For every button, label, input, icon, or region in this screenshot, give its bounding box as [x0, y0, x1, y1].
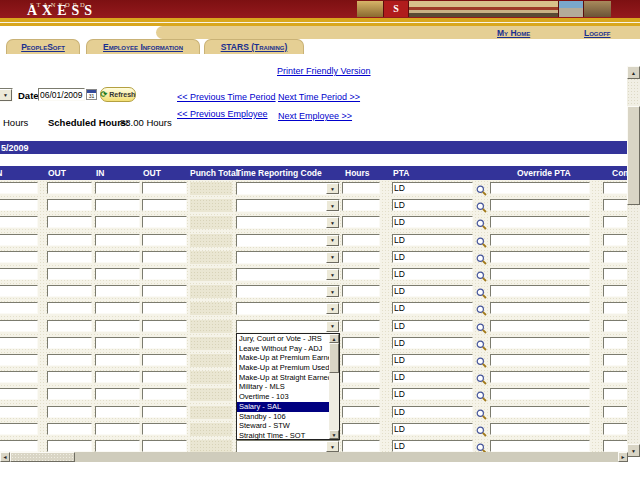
- trc-select[interactable]: ▼: [236, 234, 340, 247]
- next-time-period-link[interactable]: Next Time Period >>: [278, 92, 360, 102]
- in-input-2[interactable]: [95, 371, 140, 383]
- magnifying-glass-icon[interactable]: [476, 337, 487, 348]
- pta-input[interactable]: [392, 182, 473, 194]
- pta-input[interactable]: [392, 406, 473, 418]
- in-input-2[interactable]: [95, 423, 140, 435]
- trc-option[interactable]: Military - MLS: [237, 382, 330, 392]
- override-pta-input[interactable]: [490, 234, 590, 246]
- magnifying-glass-icon[interactable]: [476, 199, 487, 210]
- magnifying-glass-icon[interactable]: [476, 285, 487, 296]
- out-input-2[interactable]: [142, 268, 187, 280]
- hours-input[interactable]: [342, 371, 380, 383]
- in-input[interactable]: [0, 268, 38, 280]
- pta-input[interactable]: [392, 268, 473, 280]
- printer-friendly-link[interactable]: Printer Friendly Version: [277, 66, 371, 76]
- chevron-down-icon[interactable]: ▼: [326, 252, 339, 263]
- pta-input[interactable]: [392, 285, 473, 297]
- hours-input[interactable]: [342, 406, 380, 418]
- in-input-2[interactable]: [95, 302, 140, 314]
- out-input-2[interactable]: [142, 337, 187, 349]
- out-input[interactable]: [47, 234, 92, 246]
- out-input[interactable]: [47, 302, 92, 314]
- hours-input[interactable]: [342, 216, 380, 228]
- trc-select[interactable]: ▼: [236, 285, 340, 298]
- in-input[interactable]: [0, 234, 38, 246]
- out-input[interactable]: [47, 371, 92, 383]
- trc-select[interactable]: ▼: [236, 251, 340, 264]
- out-input-2[interactable]: [142, 354, 187, 366]
- in-input[interactable]: [0, 406, 38, 418]
- trc-select[interactable]: ▼: [236, 302, 340, 315]
- override-pta-input[interactable]: [490, 302, 590, 314]
- tab-peoplesoft[interactable]: PeopleSoft: [6, 39, 80, 54]
- out-input[interactable]: [47, 285, 92, 297]
- in-input-2[interactable]: [95, 354, 140, 366]
- override-pta-input[interactable]: [490, 337, 590, 349]
- chevron-down-icon[interactable]: ▼: [326, 441, 339, 452]
- refresh-button[interactable]: ⟳ Refresh: [100, 87, 136, 102]
- hours-input[interactable]: [342, 268, 380, 280]
- in-input[interactable]: [0, 371, 38, 383]
- out-input-2[interactable]: [142, 423, 187, 435]
- trc-option[interactable]: Jury, Court or Vote - JRS: [237, 334, 330, 344]
- out-input-2[interactable]: [142, 199, 187, 211]
- vertical-scrollbar-thumb[interactable]: [627, 106, 640, 205]
- trc-select[interactable]: ▼: [236, 182, 340, 195]
- out-input-2[interactable]: [142, 371, 187, 383]
- override-pta-input[interactable]: [490, 423, 590, 435]
- pta-input[interactable]: [392, 251, 473, 263]
- out-input-2[interactable]: [142, 406, 187, 418]
- in-input[interactable]: [0, 354, 38, 366]
- scroll-left-button[interactable]: ◄: [0, 452, 10, 462]
- scroll-right-button[interactable]: ►: [618, 452, 628, 462]
- out-input-2[interactable]: [142, 234, 187, 246]
- scroll-up-button[interactable]: ▲: [627, 66, 640, 79]
- magnifying-glass-icon[interactable]: [476, 251, 487, 262]
- pta-input[interactable]: [392, 302, 473, 314]
- in-input-2[interactable]: [95, 285, 140, 297]
- override-pta-input[interactable]: [490, 251, 590, 263]
- in-input-2[interactable]: [95, 337, 140, 349]
- in-input[interactable]: [0, 216, 38, 228]
- chevron-down-icon[interactable]: ▼: [0, 89, 12, 101]
- my-home-link[interactable]: My Home: [497, 28, 530, 38]
- hours-input[interactable]: [342, 234, 380, 246]
- hours-input[interactable]: [342, 388, 380, 400]
- override-pta-input[interactable]: [490, 199, 590, 211]
- out-input[interactable]: [47, 320, 92, 332]
- trc-option[interactable]: Straight Time - SOT: [237, 431, 330, 441]
- override-pta-input[interactable]: [490, 371, 590, 383]
- override-pta-input[interactable]: [490, 440, 590, 452]
- in-input-2[interactable]: [95, 182, 140, 194]
- in-input[interactable]: [0, 182, 38, 194]
- trc-select[interactable]: ▼: [236, 199, 340, 212]
- previous-time-period-link[interactable]: << Previous Time Period: [177, 92, 276, 102]
- in-input-2[interactable]: [95, 268, 140, 280]
- override-pta-input[interactable]: [490, 354, 590, 366]
- chevron-down-icon[interactable]: ▼: [326, 200, 339, 211]
- out-input[interactable]: [47, 423, 92, 435]
- in-input-2[interactable]: [95, 216, 140, 228]
- pta-input[interactable]: [392, 354, 473, 366]
- scroll-up-button[interactable]: ▲: [329, 334, 339, 343]
- trc-option[interactable]: Make-Up at Premium Earned: [237, 353, 330, 363]
- hours-input[interactable]: [342, 440, 380, 452]
- magnifying-glass-icon[interactable]: [476, 440, 487, 451]
- magnifying-glass-icon[interactable]: [476, 302, 487, 313]
- trc-select[interactable]: ▼: [236, 268, 340, 281]
- out-input[interactable]: [47, 216, 92, 228]
- out-input[interactable]: [47, 354, 92, 366]
- in-input-2[interactable]: [95, 234, 140, 246]
- pta-input[interactable]: [392, 371, 473, 383]
- in-input[interactable]: [0, 320, 38, 332]
- employee-select-partial[interactable]: ▼: [0, 88, 13, 102]
- out-input-2[interactable]: [142, 440, 187, 452]
- out-input[interactable]: [47, 440, 92, 452]
- out-input[interactable]: [47, 388, 92, 400]
- calendar-icon[interactable]: 31: [86, 89, 97, 100]
- magnifying-glass-icon[interactable]: [476, 234, 487, 245]
- trc-select[interactable]: ▼: [236, 320, 340, 333]
- magnifying-glass-icon[interactable]: [476, 371, 487, 382]
- in-input-2[interactable]: [95, 320, 140, 332]
- tab-stars-training[interactable]: STARS (Training): [204, 39, 304, 54]
